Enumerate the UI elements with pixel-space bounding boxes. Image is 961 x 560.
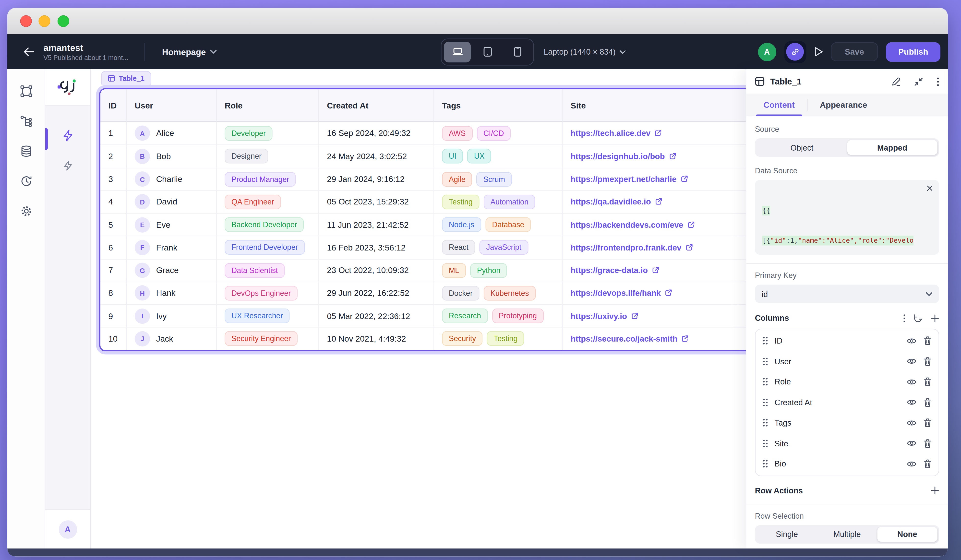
add-row-action-button[interactable] xyxy=(930,486,939,494)
row-selection-none[interactable]: None xyxy=(877,527,937,541)
tag-badge: UX xyxy=(467,149,491,164)
app-logo[interactable] xyxy=(45,69,90,106)
drag-handle-icon[interactable] xyxy=(763,378,768,386)
col-header-user: User xyxy=(127,89,217,122)
delete-column-button[interactable] xyxy=(923,439,932,448)
columns-header-row: Columns xyxy=(755,313,939,323)
drag-handle-icon[interactable] xyxy=(763,337,768,345)
app-window: amantest V5 Published about 1 mont... Ho… xyxy=(7,8,948,557)
toggle-visibility-button[interactable] xyxy=(907,419,917,427)
site-link[interactable]: https://grace-data.io xyxy=(570,266,659,275)
column-item: Created At xyxy=(755,392,939,412)
cell-role: Backend Developer xyxy=(217,213,319,236)
site-link[interactable]: https://designhub.io/bob xyxy=(570,152,677,161)
site-link[interactable]: https://backenddevs.com/eve xyxy=(570,220,695,229)
toggle-visibility-button[interactable] xyxy=(907,399,917,406)
close-window-button[interactable] xyxy=(20,15,32,27)
site-link[interactable]: https://pmexpert.net/charlie xyxy=(570,175,688,184)
drag-handle-icon[interactable] xyxy=(763,439,768,448)
panel-menu-button[interactable] xyxy=(937,77,939,86)
minimize-window-button[interactable] xyxy=(38,15,50,27)
selected-element-tag[interactable]: Table_1 xyxy=(101,71,151,85)
toggle-visibility-button[interactable] xyxy=(907,440,917,447)
tab-appearance[interactable]: Appearance xyxy=(809,94,878,116)
tablet-icon xyxy=(483,47,492,57)
toggle-visibility-button[interactable] xyxy=(907,460,917,467)
drag-handle-icon[interactable] xyxy=(763,419,768,427)
refresh-columns-button[interactable] xyxy=(913,313,923,323)
publish-button[interactable]: Publish xyxy=(886,42,940,61)
selected-element-label: Table_1 xyxy=(119,75,145,82)
site-link[interactable]: https://tech.alice.dev xyxy=(570,128,662,138)
collapse-panel-button[interactable] xyxy=(914,77,924,86)
device-tablet-button[interactable] xyxy=(474,42,501,62)
column-item: Role xyxy=(755,372,939,392)
device-mobile-button[interactable] xyxy=(504,42,531,62)
user-avatar[interactable]: A xyxy=(758,43,776,61)
toggle-visibility-button[interactable] xyxy=(907,337,917,345)
site-link[interactable]: https://secure.co/jack-smith xyxy=(570,334,689,343)
primary-key-select[interactable]: id xyxy=(755,285,939,303)
toggle-visibility-button[interactable] xyxy=(907,358,917,365)
project-title-block: amantest V5 Published about 1 mont... xyxy=(43,43,129,61)
row-selection-single[interactable]: Single xyxy=(757,527,817,541)
columns-menu-button[interactable] xyxy=(903,314,906,322)
tab-content[interactable]: Content xyxy=(752,94,806,116)
row-selection-multiple[interactable]: Multiple xyxy=(817,527,877,541)
data-table[interactable]: ID User Role Created At Tags Site 1 AAli… xyxy=(99,88,776,351)
drag-handle-icon[interactable] xyxy=(763,460,768,468)
cell-site: https://secure.co/jack-smith xyxy=(563,327,774,350)
site-link[interactable]: https://uxivy.io xyxy=(570,311,639,321)
device-size-select[interactable]: Laptop (1440 × 834) xyxy=(544,47,626,56)
sidebar-item-settings[interactable] xyxy=(20,205,32,217)
source-segmented-control: Object Mapped xyxy=(755,138,939,157)
data-source-editor[interactable]: {{ [{"id":1,"name":"Alice","role":"Devel… xyxy=(755,180,939,255)
screenshot-stage: amantest V5 Published about 1 mont... Ho… xyxy=(0,0,961,560)
eye-icon xyxy=(907,337,917,345)
clear-data-source-button[interactable] xyxy=(926,185,933,192)
play-icon xyxy=(814,47,823,57)
page-menu[interactable]: Homepage xyxy=(162,47,217,56)
delete-column-button[interactable] xyxy=(923,336,932,345)
save-button[interactable]: Save xyxy=(831,42,878,61)
toggle-visibility-button[interactable] xyxy=(907,378,917,385)
device-controls: Laptop (1440 × 834) xyxy=(441,34,626,69)
source-option-mapped[interactable]: Mapped xyxy=(847,140,937,155)
device-laptop-button[interactable] xyxy=(444,42,471,62)
eye-icon xyxy=(907,378,917,385)
source-option-object[interactable]: Object xyxy=(757,140,847,155)
share-link-button[interactable] xyxy=(784,41,806,63)
role-badge: Designer xyxy=(225,149,268,164)
zoom-window-button[interactable] xyxy=(57,15,69,27)
drag-handle-icon[interactable] xyxy=(763,398,768,406)
delete-column-button[interactable] xyxy=(923,377,932,387)
site-link[interactable]: https://devops.life/hank xyxy=(570,289,672,298)
primary-key-value: id xyxy=(762,289,768,298)
table-row: 1 AAlice Developer 16 Sep 2024, 20:49:32… xyxy=(100,122,775,145)
site-link[interactable]: https://qa.davidlee.io xyxy=(570,197,662,207)
add-column-button[interactable] xyxy=(930,314,939,322)
delete-column-button[interactable] xyxy=(923,398,932,407)
sidebar-item-data[interactable] xyxy=(20,145,32,157)
col-header-role: Role xyxy=(217,89,319,122)
site-link[interactable]: https://frontendpro.frank.dev xyxy=(570,243,693,252)
sidebar-item-artboard[interactable] xyxy=(20,85,32,98)
delete-column-button[interactable] xyxy=(923,418,932,428)
cell-tags: DockerKubernetes xyxy=(434,281,563,304)
sidebar-item-layers[interactable] xyxy=(20,115,32,127)
sidebar-item-history[interactable] xyxy=(20,175,32,187)
delete-column-button[interactable] xyxy=(923,459,932,469)
trash-icon xyxy=(923,439,932,448)
rename-button[interactable] xyxy=(892,77,901,86)
back-button[interactable] xyxy=(23,47,34,56)
sidebar-item-workflows-active[interactable] xyxy=(63,130,73,141)
drag-handle-icon[interactable] xyxy=(763,357,768,365)
table-row: 7 GGrace Data Scientist 23 Oct 2022, 10:… xyxy=(100,258,775,281)
table-row: 3 CCharlie Product Manager 29 Jan 2024, … xyxy=(100,167,775,190)
preview-play-button[interactable] xyxy=(814,47,823,57)
row-avatar: H xyxy=(135,286,150,301)
sidebar-item-workflows[interactable] xyxy=(63,160,72,171)
rail-avatar[interactable]: A xyxy=(58,520,77,538)
cell-user: EEve xyxy=(127,213,217,236)
delete-column-button[interactable] xyxy=(923,357,932,366)
